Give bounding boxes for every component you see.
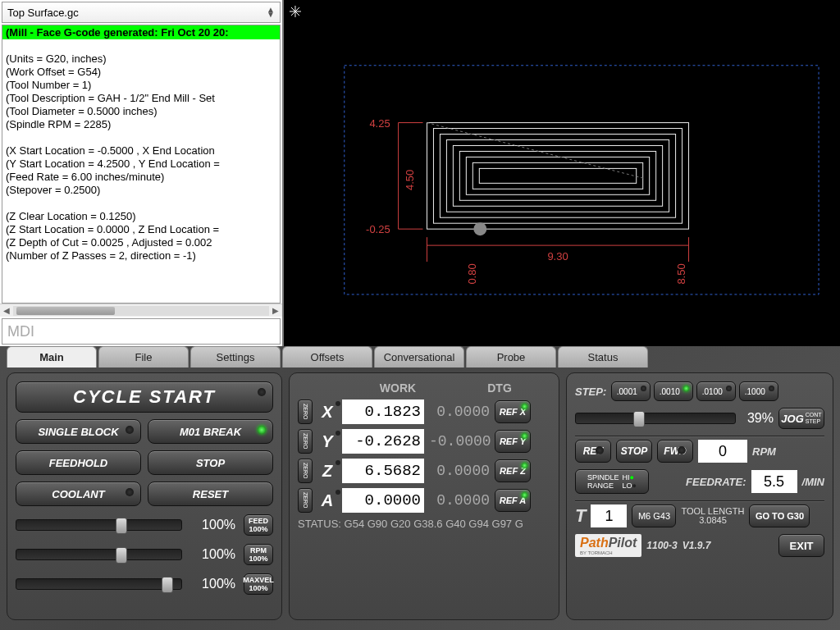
feedhold-button[interactable]: FEEDHOLD: [16, 450, 141, 475]
dim-width: 9.30: [547, 250, 568, 262]
spindle-rev-button[interactable]: REV: [575, 440, 611, 463]
step-0010[interactable]: .0010: [654, 381, 693, 401]
feedrate-label: FEEDRATE:: [686, 476, 746, 488]
tab-status[interactable]: Status: [558, 346, 648, 368]
work-x-field[interactable]: 0.1823: [342, 399, 424, 424]
dim-height: 4.50: [404, 170, 416, 190]
gcode-highlight-line: (Mill - Face G-code generated: Fri Oct 2…: [2, 25, 280, 39]
zero-a-button[interactable]: ZERO: [298, 488, 313, 513]
m6-g43-button[interactable]: M6 G43: [632, 504, 676, 527]
dtg-a-value: 0.0000: [429, 492, 490, 509]
spindle-fwd-button[interactable]: FWD: [657, 440, 693, 463]
gcode-line: (Y Start Location = 4.2500 , Y End Locat…: [2, 158, 280, 171]
m01-break-button[interactable]: M01 BREAK: [148, 419, 273, 444]
feed-override-slider[interactable]: [16, 519, 182, 531]
maxvel-override-slider[interactable]: [16, 578, 182, 590]
dtg-header: DTG: [449, 381, 550, 395]
gcode-line: (Tool Number = 1): [2, 79, 280, 92]
cycle-start-button[interactable]: CYCLE START: [16, 381, 273, 413]
jog-speed-slider[interactable]: [575, 413, 736, 424]
dtg-z-value: 0.0000: [429, 463, 490, 479]
tab-probe[interactable]: Probe: [466, 346, 556, 368]
gcode-line: (Tool Description = GAH - 1/2" End Mill …: [2, 92, 280, 105]
gcode-line: (Number of Z Passes = 2, direction = -1): [2, 249, 280, 262]
gcode-line: (Tool Diameter = 0.5000 inches): [2, 105, 280, 118]
dim-y-bot: -0.25: [366, 223, 390, 235]
rpm-field[interactable]: 0: [698, 440, 747, 463]
dtg-y-value: -0.0000: [429, 433, 490, 450]
file-dropdown-text: Top Surface.gc: [7, 7, 79, 19]
svg-rect-15: [472, 162, 642, 189]
svg-rect-12: [453, 145, 662, 206]
dim-outer-w: 8.50: [675, 263, 687, 284]
dro-panel: WORK DTG ZERO X 0.1823 0.0000 REF XZERO …: [289, 372, 559, 620]
mdi-input[interactable]: MDI: [2, 318, 281, 345]
work-y-field[interactable]: -0.2628: [342, 429, 424, 454]
gcode-line: (Spindle RPM = 2285): [2, 118, 280, 131]
exit-button[interactable]: EXIT: [778, 534, 824, 557]
scroll-thumb[interactable]: [16, 307, 115, 315]
gcode-line: (Work Offset = G54): [2, 66, 280, 79]
ref-x-button[interactable]: REF X: [495, 400, 531, 423]
scroll-right-icon[interactable]: ▶: [269, 306, 282, 315]
svg-rect-9: [433, 129, 682, 224]
zero-x-button[interactable]: ZERO: [298, 399, 313, 424]
single-block-button[interactable]: SINGLE BLOCK: [16, 419, 141, 444]
gcode-line: (Feed Rate = 6.00 inches/minute): [2, 171, 280, 184]
rpm-100-button[interactable]: RPM100%: [244, 544, 273, 565]
maxvel-100-button[interactable]: MAXVEL100%: [244, 573, 273, 595]
spindle-range-button[interactable]: SPINDLERANGE HI●LO●: [575, 469, 649, 494]
axis-y-label: Y: [317, 429, 337, 454]
step-0100[interactable]: .0100: [696, 381, 736, 401]
tab-file[interactable]: File: [98, 346, 189, 368]
spindle-stop-button[interactable]: STOP: [616, 440, 652, 463]
gcode-line: (Z Depth of Cut = 0.0025 , Adjusted = 0.…: [2, 236, 280, 249]
tool-field[interactable]: 1: [591, 504, 627, 527]
svg-rect-11: [446, 139, 669, 212]
rpm-override-slider[interactable]: [16, 549, 182, 560]
gcode-line: [2, 131, 280, 144]
zero-z-button[interactable]: ZERO: [298, 459, 313, 483]
dim-outer-h: 0.80: [466, 263, 478, 284]
tab-settings[interactable]: Settings: [190, 346, 281, 368]
coolant-button[interactable]: COOLANT: [16, 482, 141, 506]
file-dropdown[interactable]: Top Surface.gc ▲▼: [2, 2, 281, 23]
tool-length-label: TOOL LENGTH3.0845: [681, 507, 744, 525]
ref-a-button[interactable]: REF A: [495, 489, 531, 512]
tab-conversational[interactable]: Conversational: [374, 346, 464, 368]
tool-t-label: T: [575, 505, 586, 527]
zero-y-button[interactable]: ZERO: [298, 429, 313, 454]
axis-z-label: Z: [317, 459, 337, 483]
feed-override-pct: 100%: [190, 518, 235, 532]
feedrate-field[interactable]: 5.5: [751, 470, 797, 493]
gcode-horizontal-scrollbar[interactable]: ◀ ▶: [0, 304, 282, 317]
machine-label: 1100-3: [646, 540, 677, 551]
toolpath-viewport[interactable]: 4.25 -0.25 4.50 9.30 0.80 8.50: [282, 0, 840, 346]
ref-z-button[interactable]: REF Z: [495, 459, 531, 482]
gcode-line: (X Start Location = -0.5000 , X End Loca…: [2, 144, 280, 158]
step-0001[interactable]: .0001: [611, 381, 651, 401]
go-to-g30-button[interactable]: GO TO G30: [749, 504, 810, 527]
maxvel-override-pct: 100%: [190, 577, 235, 591]
scroll-left-icon[interactable]: ◀: [0, 306, 13, 315]
reset-button[interactable]: RESET: [148, 482, 273, 506]
feed-100-button[interactable]: FEED100%: [244, 514, 273, 536]
svg-point-18: [473, 222, 486, 235]
gcode-list[interactable]: (Mill - Face G-code generated: Fri Oct 2…: [2, 25, 281, 304]
stop-button[interactable]: STOP: [148, 450, 273, 475]
gcode-line: (Stepover = 0.2500): [2, 184, 280, 197]
dtg-x-value: 0.0000: [429, 404, 490, 420]
per-min-label: /MIN: [802, 476, 824, 488]
rpm-label: RPM: [752, 445, 776, 458]
left-panel: CYCLE START SINGLE BLOCK M01 BREAK FEEDH…: [7, 372, 282, 620]
jog-mode-button[interactable]: JOG CONTSTEP: [778, 408, 824, 429]
work-z-field[interactable]: 6.5682: [342, 459, 424, 483]
work-header: WORK: [347, 381, 449, 395]
step-label: STEP:: [575, 386, 606, 398]
step-1000[interactable]: .1000: [739, 381, 778, 401]
tab-offsets[interactable]: Offsets: [282, 346, 372, 368]
work-a-field[interactable]: 0.0000: [342, 488, 424, 513]
svg-rect-13: [459, 151, 655, 200]
ref-y-button[interactable]: REF Y: [495, 430, 531, 453]
tab-main[interactable]: Main: [7, 346, 97, 368]
